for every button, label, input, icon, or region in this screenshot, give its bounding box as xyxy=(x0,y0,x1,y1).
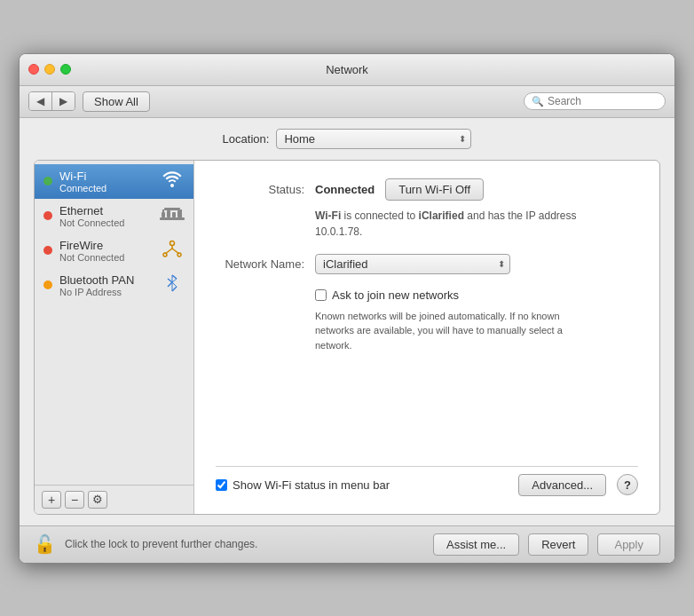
traffic-lights xyxy=(28,64,71,75)
show-all-button[interactable]: Show All xyxy=(83,91,150,112)
network-window: Network ◀ ▶ Show All 🔍 Location: Home Au… xyxy=(19,53,675,564)
firewire-item-text: FireWire Not Connected xyxy=(59,239,153,263)
location-label: Location: xyxy=(223,132,270,146)
desc-text1: is connected to xyxy=(341,209,418,222)
wifi-name: Wi-Fi xyxy=(59,170,153,183)
svg-rect-5 xyxy=(164,208,180,210)
bluetooth-status: No IP Address xyxy=(59,287,153,297)
close-button[interactable] xyxy=(28,64,39,75)
status-row: Status: Connected Turn Wi-Fi Off xyxy=(216,178,638,201)
svg-rect-2 xyxy=(172,212,176,217)
gear-button[interactable]: ⚙ xyxy=(88,491,107,509)
content-area: Location: Home Automatic Work ⬍ xyxy=(20,118,674,525)
ask-join-row: Ask to join new networks xyxy=(315,288,638,302)
bottom-row: Show Wi-Fi status in menu bar Advanced..… xyxy=(216,466,638,496)
wifi-item-text: Wi-Fi Connected xyxy=(59,170,153,193)
svg-line-15 xyxy=(168,282,172,287)
search-input[interactable] xyxy=(548,95,658,107)
network-name-label: Network Name: xyxy=(216,257,304,271)
svg-point-13 xyxy=(177,253,181,257)
revert-button[interactable]: Revert xyxy=(528,533,588,556)
search-box[interactable]: 🔍 xyxy=(524,92,666,110)
status-value: Connected xyxy=(315,183,375,196)
search-icon: 🔍 xyxy=(532,96,544,107)
svg-line-14 xyxy=(168,279,172,282)
show-wifi-checkbox[interactable] xyxy=(216,479,227,491)
titlebar: Network xyxy=(20,54,674,86)
status-description: Wi-Fi is connected to iClarified and has… xyxy=(315,208,581,240)
maximize-button[interactable] xyxy=(60,64,71,75)
wifi-status: Connected xyxy=(59,183,153,193)
nav-buttons: ◀ ▶ xyxy=(28,91,75,111)
network-select-wrapper: iClarified Other... ⬍ xyxy=(315,254,510,274)
sidebar-item-firewire[interactable]: FireWire Not Connected xyxy=(35,233,193,268)
help-button[interactable]: ? xyxy=(617,474,638,495)
location-select-wrapper: Home Automatic Work ⬍ xyxy=(276,129,471,149)
sidebar: Wi-Fi Connected Ethernet xyxy=(35,161,194,514)
network-name-text: iClarified xyxy=(419,209,464,222)
firewire-status: Not Connected xyxy=(59,252,153,263)
svg-rect-4 xyxy=(160,217,185,220)
ethernet-name: Ethernet xyxy=(59,204,153,217)
status-dot-green xyxy=(43,177,52,186)
bluetooth-icon xyxy=(160,274,185,296)
footer-lock-text: Click the lock to prevent further change… xyxy=(65,538,424,550)
minimize-button[interactable] xyxy=(44,64,55,75)
assist-me-button[interactable]: Assist me... xyxy=(433,533,519,556)
location-row: Location: Home Automatic Work ⬍ xyxy=(34,129,660,149)
svg-line-17 xyxy=(172,287,177,291)
wifi-text: Wi-Fi xyxy=(315,209,341,222)
sidebar-footer: + − ⚙ xyxy=(35,485,193,514)
wifi-icon xyxy=(160,171,185,192)
bluetooth-name: Bluetooth PAN xyxy=(59,273,153,287)
firewire-icon xyxy=(160,240,185,262)
ask-join-checkbox[interactable] xyxy=(315,289,327,301)
forward-button[interactable]: ▶ xyxy=(52,92,75,110)
network-name-row: Network Name: iClarified Other... ⬍ xyxy=(216,254,638,274)
footer-bar: 🔓 Click the lock to prevent further chan… xyxy=(20,525,674,563)
show-wifi-row: Show Wi-Fi status in menu bar xyxy=(216,478,508,492)
advanced-button[interactable]: Advanced... xyxy=(518,474,606,496)
svg-rect-1 xyxy=(167,210,170,217)
lock-icon[interactable]: 🔓 xyxy=(34,533,56,555)
status-dot-red-firewire xyxy=(43,246,52,255)
ethernet-status: Not Connected xyxy=(59,217,153,228)
svg-point-12 xyxy=(163,253,167,257)
detail-panel: Status: Connected Turn Wi-Fi Off Wi-Fi i… xyxy=(194,161,659,514)
toolbar: ◀ ▶ Show All 🔍 xyxy=(20,86,674,118)
main-panel: Wi-Fi Connected Ethernet xyxy=(34,160,660,515)
network-name-select[interactable]: iClarified Other... xyxy=(315,254,510,274)
show-wifi-label[interactable]: Show Wi-Fi status in menu bar xyxy=(233,478,390,492)
sidebar-item-wifi[interactable]: Wi-Fi Connected xyxy=(35,164,193,199)
checkbox-description: Known networks will be joined automatica… xyxy=(315,309,564,353)
status-label: Status: xyxy=(216,183,304,196)
ethernet-icon xyxy=(160,206,185,226)
remove-network-button[interactable]: − xyxy=(65,491,84,509)
sidebar-list: Wi-Fi Connected Ethernet xyxy=(35,161,193,485)
status-dot-red-ethernet xyxy=(43,211,52,220)
status-dot-orange xyxy=(43,280,52,289)
firewire-name: FireWire xyxy=(59,239,153,252)
location-select[interactable]: Home Automatic Work xyxy=(276,129,471,149)
ethernet-item-text: Ethernet Not Connected xyxy=(59,204,153,228)
window-title: Network xyxy=(326,63,368,76)
svg-point-8 xyxy=(170,241,175,245)
add-network-button[interactable]: + xyxy=(42,491,61,509)
apply-button[interactable]: Apply xyxy=(597,533,660,556)
sidebar-item-bluetooth[interactable]: Bluetooth PAN No IP Address xyxy=(35,268,193,303)
ask-join-label[interactable]: Ask to join new networks xyxy=(332,288,459,302)
bluetooth-item-text: Bluetooth PAN No IP Address xyxy=(59,273,153,297)
back-button[interactable]: ◀ xyxy=(29,92,52,110)
svg-line-16 xyxy=(172,275,177,279)
sidebar-item-ethernet[interactable]: Ethernet Not Connected xyxy=(35,199,193,233)
turn-wifi-off-button[interactable]: Turn Wi-Fi Off xyxy=(385,178,484,201)
